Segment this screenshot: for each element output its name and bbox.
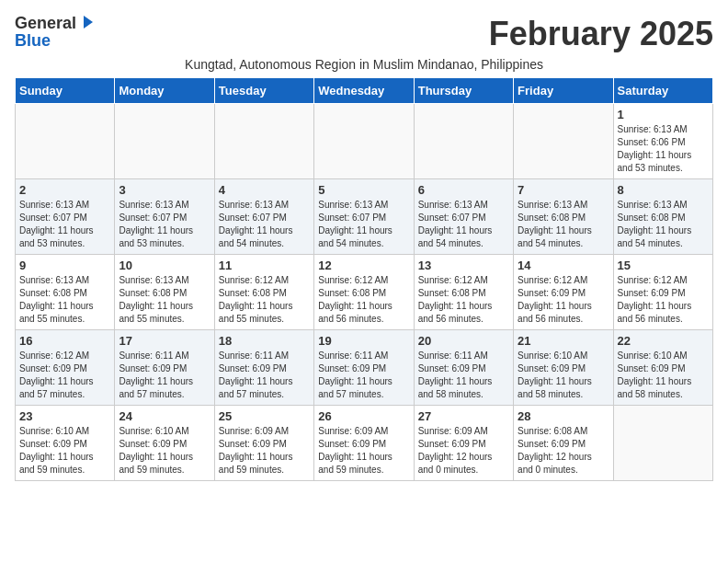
calendar-day-cell [214, 104, 313, 179]
logo-icon [78, 14, 95, 30]
weekday-header: Monday [115, 78, 214, 104]
calendar-day-cell: 19Sunrise: 6:11 AM Sunset: 6:09 PM Dayli… [314, 330, 414, 406]
day-info: Sunrise: 6:11 AM Sunset: 6:09 PM Dayligh… [119, 350, 210, 401]
calendar-week-row: 16Sunrise: 6:12 AM Sunset: 6:09 PM Dayli… [16, 330, 713, 406]
day-number: 16 [19, 334, 110, 348]
day-info: Sunrise: 6:09 AM Sunset: 6:09 PM Dayligh… [418, 425, 509, 477]
day-info: Sunrise: 6:13 AM Sunset: 6:07 PM Dayligh… [119, 199, 210, 250]
day-info: Sunrise: 6:12 AM Sunset: 6:08 PM Dayligh… [219, 274, 310, 326]
calendar-day-cell: 24Sunrise: 6:10 AM Sunset: 6:09 PM Dayli… [115, 406, 214, 481]
calendar-day-cell: 9Sunrise: 6:13 AM Sunset: 6:08 PM Daylig… [16, 255, 115, 330]
weekday-header: Friday [514, 78, 613, 104]
day-number: 18 [219, 334, 310, 348]
day-number: 26 [318, 409, 409, 423]
day-number: 9 [19, 259, 110, 272]
weekday-header: Wednesday [314, 78, 414, 104]
calendar-week-row: 2Sunrise: 6:13 AM Sunset: 6:07 PM Daylig… [16, 179, 713, 255]
day-info: Sunrise: 6:11 AM Sunset: 6:09 PM Dayligh… [219, 350, 310, 401]
calendar-week-row: 1Sunrise: 6:13 AM Sunset: 6:06 PM Daylig… [16, 104, 713, 179]
calendar-day-cell: 15Sunrise: 6:12 AM Sunset: 6:09 PM Dayli… [613, 255, 712, 330]
day-info: Sunrise: 6:08 AM Sunset: 6:09 PM Dayligh… [518, 425, 609, 477]
calendar-day-cell: 25Sunrise: 6:09 AM Sunset: 6:09 PM Dayli… [214, 406, 313, 481]
calendar-day-cell: 3Sunrise: 6:13 AM Sunset: 6:07 PM Daylig… [115, 179, 214, 255]
day-number: 25 [219, 409, 310, 423]
day-info: Sunrise: 6:12 AM Sunset: 6:08 PM Dayligh… [418, 274, 509, 326]
calendar-day-cell: 26Sunrise: 6:09 AM Sunset: 6:09 PM Dayli… [314, 406, 414, 481]
calendar-day-cell: 2Sunrise: 6:13 AM Sunset: 6:07 PM Daylig… [16, 179, 115, 255]
day-info: Sunrise: 6:13 AM Sunset: 6:07 PM Dayligh… [219, 199, 310, 250]
day-number: 22 [618, 334, 709, 348]
calendar-day-cell [16, 104, 115, 179]
day-info: Sunrise: 6:13 AM Sunset: 6:08 PM Dayligh… [119, 274, 210, 326]
day-info: Sunrise: 6:11 AM Sunset: 6:09 PM Dayligh… [418, 350, 509, 401]
day-number: 24 [119, 409, 210, 423]
day-number: 12 [318, 259, 409, 272]
day-info: Sunrise: 6:10 AM Sunset: 6:09 PM Dayligh… [119, 425, 210, 477]
calendar-day-cell: 1Sunrise: 6:13 AM Sunset: 6:06 PM Daylig… [613, 104, 712, 179]
calendar-day-cell: 12Sunrise: 6:12 AM Sunset: 6:08 PM Dayli… [314, 255, 414, 330]
day-info: Sunrise: 6:13 AM Sunset: 6:07 PM Dayligh… [318, 199, 409, 250]
calendar-day-cell: 7Sunrise: 6:13 AM Sunset: 6:08 PM Daylig… [514, 179, 613, 255]
calendar-table: SundayMondayTuesdayWednesdayThursdayFrid… [15, 77, 713, 481]
day-number: 19 [318, 334, 409, 348]
calendar-day-cell: 13Sunrise: 6:12 AM Sunset: 6:08 PM Dayli… [414, 255, 513, 330]
day-number: 8 [618, 183, 709, 197]
day-info: Sunrise: 6:10 AM Sunset: 6:09 PM Dayligh… [19, 425, 110, 477]
day-number: 14 [518, 259, 609, 272]
calendar-day-cell [314, 104, 414, 179]
day-number: 28 [518, 409, 609, 423]
weekday-header: Thursday [414, 78, 513, 104]
day-number: 1 [618, 108, 709, 121]
day-info: Sunrise: 6:13 AM Sunset: 6:06 PM Dayligh… [618, 123, 709, 175]
calendar-header-row: SundayMondayTuesdayWednesdayThursdayFrid… [16, 78, 713, 104]
page-header: General Blue February 2025 [15, 15, 713, 53]
day-info: Sunrise: 6:13 AM Sunset: 6:08 PM Dayligh… [518, 199, 609, 250]
calendar-week-row: 23Sunrise: 6:10 AM Sunset: 6:09 PM Dayli… [16, 406, 713, 481]
calendar-day-cell: 23Sunrise: 6:10 AM Sunset: 6:09 PM Dayli… [16, 406, 115, 481]
day-number: 6 [418, 183, 509, 197]
day-info: Sunrise: 6:13 AM Sunset: 6:07 PM Dayligh… [19, 199, 110, 250]
calendar-day-cell: 6Sunrise: 6:13 AM Sunset: 6:07 PM Daylig… [414, 179, 513, 255]
calendar-day-cell: 28Sunrise: 6:08 AM Sunset: 6:09 PM Dayli… [514, 406, 613, 481]
day-info: Sunrise: 6:13 AM Sunset: 6:08 PM Dayligh… [618, 199, 709, 250]
logo-top: General [15, 15, 76, 31]
day-number: 17 [119, 334, 210, 348]
day-info: Sunrise: 6:12 AM Sunset: 6:09 PM Dayligh… [19, 350, 110, 401]
day-info: Sunrise: 6:13 AM Sunset: 6:08 PM Dayligh… [19, 274, 110, 326]
calendar-week-row: 9Sunrise: 6:13 AM Sunset: 6:08 PM Daylig… [16, 255, 713, 330]
day-number: 2 [19, 183, 110, 197]
calendar-day-cell [514, 104, 613, 179]
day-info: Sunrise: 6:09 AM Sunset: 6:09 PM Dayligh… [219, 425, 310, 477]
month-title: February 2025 [489, 15, 713, 53]
calendar-day-cell: 4Sunrise: 6:13 AM Sunset: 6:07 PM Daylig… [214, 179, 313, 255]
day-info: Sunrise: 6:12 AM Sunset: 6:08 PM Dayligh… [318, 274, 409, 326]
weekday-header: Tuesday [214, 78, 313, 104]
calendar-day-cell: 10Sunrise: 6:13 AM Sunset: 6:08 PM Dayli… [115, 255, 214, 330]
calendar-day-cell: 11Sunrise: 6:12 AM Sunset: 6:08 PM Dayli… [214, 255, 313, 330]
day-number: 4 [219, 183, 310, 197]
calendar-day-cell: 16Sunrise: 6:12 AM Sunset: 6:09 PM Dayli… [16, 330, 115, 406]
calendar-day-cell: 21Sunrise: 6:10 AM Sunset: 6:09 PM Dayli… [514, 330, 613, 406]
day-number: 3 [119, 183, 210, 197]
calendar-day-cell: 27Sunrise: 6:09 AM Sunset: 6:09 PM Dayli… [414, 406, 513, 481]
day-number: 15 [618, 259, 709, 272]
day-number: 10 [119, 259, 210, 272]
day-info: Sunrise: 6:09 AM Sunset: 6:09 PM Dayligh… [318, 425, 409, 477]
day-info: Sunrise: 6:13 AM Sunset: 6:07 PM Dayligh… [418, 199, 509, 250]
day-info: Sunrise: 6:12 AM Sunset: 6:09 PM Dayligh… [618, 274, 709, 326]
calendar-day-cell [414, 104, 513, 179]
logo-bottom: Blue [15, 31, 51, 50]
calendar-day-cell: 17Sunrise: 6:11 AM Sunset: 6:09 PM Dayli… [115, 330, 214, 406]
logo: General Blue [15, 15, 95, 51]
day-number: 11 [219, 259, 310, 272]
title-section: February 2025 [489, 15, 713, 53]
day-number: 7 [518, 183, 609, 197]
day-number: 5 [318, 183, 409, 197]
calendar-day-cell: 5Sunrise: 6:13 AM Sunset: 6:07 PM Daylig… [314, 179, 414, 255]
day-info: Sunrise: 6:12 AM Sunset: 6:09 PM Dayligh… [518, 274, 609, 326]
calendar-day-cell: 14Sunrise: 6:12 AM Sunset: 6:09 PM Dayli… [514, 255, 613, 330]
weekday-header: Saturday [613, 78, 712, 104]
day-info: Sunrise: 6:10 AM Sunset: 6:09 PM Dayligh… [518, 350, 609, 401]
calendar-day-cell [115, 104, 214, 179]
day-number: 13 [418, 259, 509, 272]
